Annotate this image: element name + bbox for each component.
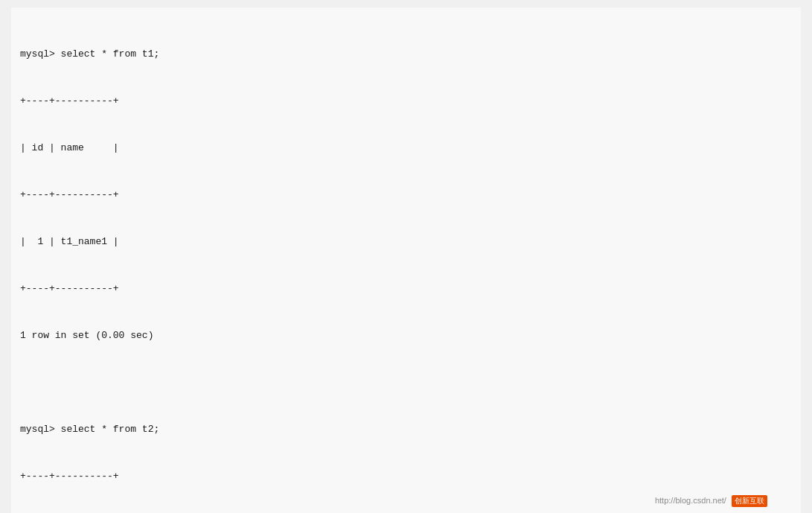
line-4: +----+----------+: [20, 187, 792, 203]
line-9: mysql> select * from t2;: [20, 421, 792, 437]
watermark-text: http://blog.csdn.net/: [655, 496, 726, 505]
line-1: mysql> select * from t1;: [20, 46, 792, 62]
line-2: +----+----------+: [20, 93, 792, 109]
line-3: | id | name |: [20, 140, 792, 156]
line-blank-1: [20, 375, 792, 390]
terminal-output: mysql> select * from t1; +----+---------…: [11, 7, 801, 513]
line-10: +----+----------+: [20, 468, 792, 484]
line-5: | 1 | t1_name1 |: [20, 234, 792, 249]
line-6: +----+----------+: [20, 281, 792, 296]
watermark-logo: 创新互联: [732, 495, 767, 507]
line-7: 1 row in set (0.00 sec): [20, 328, 792, 343]
watermark: http://blog.csdn.net/ 创新互联: [655, 495, 767, 507]
